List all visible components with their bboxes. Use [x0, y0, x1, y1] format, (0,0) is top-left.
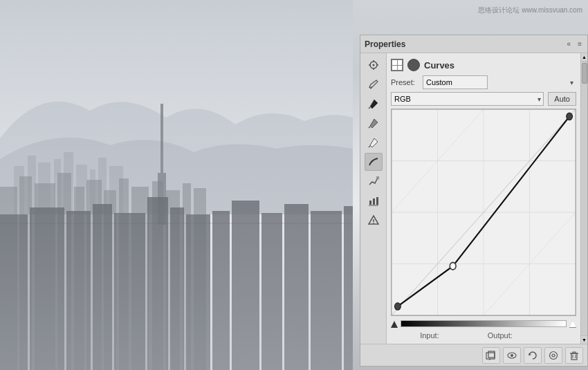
scrollbar-thumb[interactable] — [582, 63, 587, 84]
gradient-bar — [401, 320, 567, 327]
svg-point-73 — [511, 354, 513, 357]
svg-point-74 — [550, 351, 558, 359]
circle-icon — [407, 59, 420, 71]
svg-point-66 — [394, 303, 401, 310]
svg-rect-52 — [376, 197, 378, 205]
channel-select-wrapper: RGB Red Green Blue — [391, 92, 544, 106]
collapse-button[interactable]: « — [566, 40, 573, 48]
preset-row: Preset: Custom Default Strong Contrast L… — [391, 75, 576, 89]
visibility-toggle-button[interactable] — [503, 347, 521, 364]
right-content: Curves Preset: Custom Default Strong Con… — [387, 53, 580, 344]
io-row: Input: Output: — [391, 331, 576, 340]
target-tool-button[interactable] — [365, 56, 383, 74]
black-point-triangle[interactable] — [391, 321, 398, 328]
pencil-draw-button[interactable] — [365, 172, 383, 190]
svg-line-49 — [369, 146, 370, 147]
levels-button[interactable] — [365, 192, 383, 210]
bottom-toolbar — [360, 344, 587, 366]
curves-svg — [392, 109, 576, 315]
svg-point-55 — [373, 223, 374, 224]
pencil-tool-button[interactable] — [365, 75, 383, 93]
channel-select[interactable]: RGB Red Green Blue — [391, 92, 544, 106]
delete-button[interactable] — [565, 347, 583, 364]
properties-panel: Properties « ≡ — [360, 35, 588, 367]
reset-button[interactable] — [524, 347, 542, 364]
svg-point-75 — [552, 354, 555, 357]
panel-scrollbar[interactable]: ▲ ▼ — [580, 53, 587, 344]
grid-icon — [391, 59, 403, 71]
white-point-triangle[interactable] — [569, 321, 576, 328]
channel-row: RGB Red Green Blue Auto — [391, 92, 576, 106]
eyedropper-black-button[interactable] — [365, 95, 383, 113]
panel-titlebar: Properties « ≡ — [360, 35, 587, 53]
panel-title: Properties — [365, 39, 405, 49]
svg-rect-50 — [369, 201, 371, 205]
curve-display-button[interactable] — [365, 153, 383, 171]
warning-button[interactable] — [365, 211, 383, 229]
eyedropper-gray-button[interactable] — [365, 114, 383, 132]
curves-graph[interactable] — [391, 109, 576, 316]
left-toolbar — [360, 53, 387, 344]
eyedropper-white-button[interactable] — [365, 133, 383, 151]
panel-controls: « ≡ — [566, 40, 583, 48]
preset-label: Preset: — [391, 78, 419, 86]
gradient-row — [391, 319, 576, 329]
expand-button[interactable] — [482, 347, 500, 364]
svg-line-48 — [369, 127, 370, 128]
svg-rect-70 — [486, 353, 495, 359]
panel-menu-button[interactable]: ≡ — [576, 40, 583, 48]
panel-body: Curves Preset: Custom Default Strong Con… — [360, 53, 587, 344]
panel-title-area: Properties — [365, 39, 405, 49]
view-previous-button[interactable] — [544, 347, 562, 364]
scrollbar-up-button[interactable]: ▲ — [581, 53, 587, 62]
output-label: Output: — [488, 331, 513, 340]
cityscape-illustration — [0, 0, 353, 370]
input-label: Input: — [420, 331, 439, 340]
preset-select[interactable]: Custom Default Strong Contrast Linear Me… — [423, 75, 488, 89]
preset-select-wrapper: Custom Default Strong Contrast Linear Me… — [423, 75, 576, 89]
watermark: 思络设计论坛 www.missvuan.com — [478, 6, 582, 15]
svg-point-68 — [567, 113, 573, 120]
scrollbar-down-button[interactable]: ▼ — [581, 335, 587, 344]
svg-rect-71 — [488, 351, 495, 358]
svg-rect-76 — [571, 353, 577, 360]
svg-line-47 — [369, 107, 370, 109]
curves-title: Curves — [424, 60, 454, 71]
svg-rect-39 — [0, 0, 353, 370]
svg-rect-51 — [373, 198, 375, 205]
auto-button[interactable]: Auto — [548, 92, 576, 106]
curves-header: Curves — [391, 57, 576, 73]
svg-point-67 — [450, 263, 456, 270]
svg-point-42 — [372, 64, 374, 66]
